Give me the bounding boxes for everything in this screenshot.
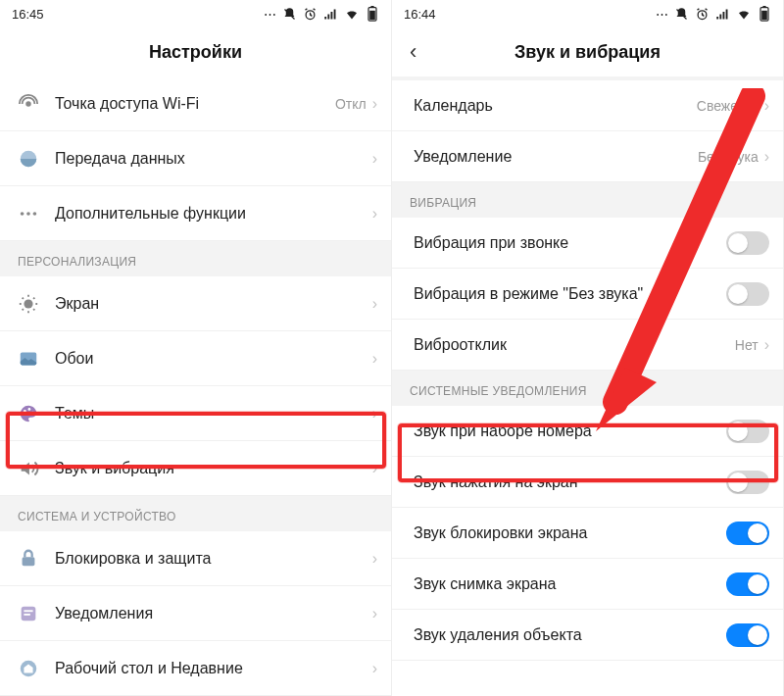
status-time: 16:44 — [404, 7, 656, 22]
toggle-vibrate-on-silent[interactable] — [726, 282, 769, 306]
row-display[interactable]: Экран › — [0, 276, 391, 331]
row-vibrate-on-silent[interactable]: Вибрация в режиме "Без звука" — [392, 269, 783, 320]
phone-left: 16:45 ⋯ Настройки Точка доступа Wi-Fi От… — [0, 0, 392, 696]
chevron-right-icon: › — [372, 460, 377, 477]
row-label: Темы — [55, 405, 372, 423]
svg-point-9 — [24, 299, 32, 308]
row-notification-sound[interactable]: Уведомление Без звука › — [392, 131, 783, 182]
more-icon: ⋯ — [264, 7, 276, 22]
row-haptic-feedback[interactable]: Виброотклик Нет › — [392, 320, 783, 371]
chevron-right-icon: › — [372, 150, 377, 168]
more-icon: ⋯ — [656, 7, 668, 22]
wifi-icon — [736, 7, 752, 22]
header: Настройки — [0, 27, 391, 76]
toggle-screenshot-sound[interactable] — [726, 572, 769, 596]
svg-rect-2 — [370, 6, 373, 8]
svg-point-4 — [25, 101, 31, 107]
alarm-icon — [303, 7, 318, 22]
image-icon — [18, 348, 55, 370]
row-lock-security[interactable]: Блокировка и защита › — [0, 531, 391, 586]
chevron-right-icon: › — [764, 148, 769, 166]
svg-point-13 — [31, 411, 34, 414]
toggle-dial-pad-tones[interactable] — [726, 420, 769, 443]
chevron-right-icon: › — [764, 97, 769, 115]
row-label: Вибрация в режиме "Без звука" — [414, 285, 726, 303]
back-button[interactable]: ‹ — [404, 33, 422, 71]
row-label: Календарь — [414, 97, 697, 115]
svg-point-6 — [21, 212, 24, 216]
toggle-screen-lock-sound[interactable] — [726, 522, 769, 545]
toggle-vibrate-on-ring[interactable] — [726, 231, 769, 255]
page-title: Звук и вибрация — [514, 42, 661, 63]
svg-rect-16 — [24, 610, 32, 612]
svg-rect-14 — [23, 557, 35, 566]
brightness-icon — [18, 293, 55, 315]
row-label: Звук при наборе номера — [414, 423, 726, 440]
chevron-right-icon: › — [764, 336, 769, 354]
row-value: Без звука — [698, 149, 759, 165]
row-data-usage[interactable]: Передача данных › — [0, 131, 391, 186]
row-wallpaper[interactable]: Обои › — [0, 331, 391, 386]
svg-point-12 — [28, 408, 31, 411]
row-label: Точка доступа Wi-Fi — [55, 95, 335, 113]
svg-point-7 — [26, 212, 30, 216]
chevron-right-icon: › — [372, 205, 377, 223]
bell-off-icon — [282, 7, 297, 22]
row-label: Обои — [55, 350, 372, 368]
row-label: Звук и вибрация — [55, 460, 372, 477]
row-label: Звук блокировки экрана — [414, 524, 726, 542]
notifications-icon — [18, 603, 55, 624]
data-icon — [18, 148, 55, 170]
section-personalization: ПЕРСОНАЛИЗАЦИЯ — [0, 241, 391, 276]
status-icons: ⋯ — [264, 6, 379, 22]
row-value: Свежесть — [697, 98, 759, 114]
signal-icon — [323, 7, 338, 22]
bell-off-icon — [674, 7, 689, 22]
row-home-recents[interactable]: Рабочий стол и Недавние › — [0, 641, 391, 696]
svg-point-11 — [24, 409, 26, 412]
row-value: Откл — [335, 96, 367, 112]
chevron-right-icon: › — [372, 660, 377, 677]
row-additional-features[interactable]: Дополнительные функции › — [0, 186, 391, 241]
svg-rect-3 — [369, 11, 375, 20]
header: ‹ Звук и вибрация — [392, 27, 783, 76]
row-label: Экран — [55, 295, 372, 313]
row-notifications[interactable]: Уведомления › — [0, 586, 391, 641]
chevron-right-icon: › — [372, 605, 377, 622]
toggle-delete-sound[interactable] — [726, 623, 769, 647]
row-vibrate-on-ring[interactable]: Вибрация при звонке — [392, 218, 783, 269]
row-label: Вибрация при звонке — [414, 234, 726, 252]
svg-rect-17 — [24, 614, 29, 616]
palette-icon — [18, 403, 55, 424]
row-label: Звук снимка экрана — [414, 575, 726, 593]
row-wifi-hotspot[interactable]: Точка доступа Wi-Fi Откл › — [0, 76, 391, 131]
alarm-icon — [695, 7, 710, 22]
toggle-touch-sounds[interactable] — [726, 471, 769, 494]
row-label: Рабочий стол и Недавние — [55, 660, 372, 677]
row-label: Виброотклик — [414, 336, 735, 354]
row-themes[interactable]: Темы › — [0, 386, 391, 441]
row-label: Уведомление — [414, 148, 698, 166]
home-icon — [18, 658, 55, 679]
row-sound-vibration[interactable]: Звук и вибрация › — [0, 441, 391, 496]
row-screen-lock-sound[interactable]: Звук блокировки экрана — [392, 508, 783, 559]
section-system-device: СИСТЕМА И УСТРОЙСТВО — [0, 496, 391, 531]
chevron-right-icon: › — [372, 405, 377, 423]
wifi-icon — [344, 7, 360, 22]
battery-icon — [758, 6, 771, 22]
row-touch-sounds[interactable]: Звук нажатия на экран — [392, 457, 783, 508]
row-label: Блокировка и защита — [55, 550, 372, 568]
status-icons: ⋯ — [656, 6, 771, 22]
hotspot-icon — [18, 93, 55, 115]
battery-icon — [366, 6, 379, 22]
row-calendar[interactable]: Календарь Свежесть › — [392, 80, 783, 131]
chevron-right-icon: › — [372, 295, 377, 313]
row-label: Звук удаления объекта — [414, 626, 726, 644]
status-time: 16:45 — [12, 7, 264, 22]
row-delete-sound[interactable]: Звук удаления объекта — [392, 610, 783, 661]
svg-point-8 — [33, 212, 37, 216]
phone-right: 16:44 ⋯ ‹ Звук и вибрация Календарь Свеж… — [392, 0, 784, 696]
row-screenshot-sound[interactable]: Звук снимка экрана — [392, 559, 783, 610]
row-dial-pad-tones[interactable]: Звук при наборе номера — [392, 406, 783, 457]
signal-icon — [715, 7, 730, 22]
